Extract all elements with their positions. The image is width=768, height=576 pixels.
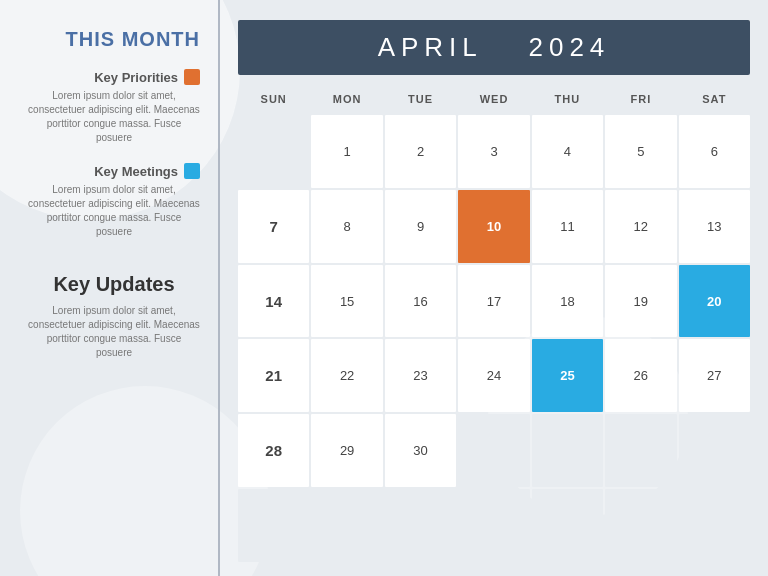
- day-13: 13: [679, 190, 750, 263]
- day-26: 26: [605, 339, 676, 412]
- day-24: 24: [458, 339, 529, 412]
- legend-priorities: Key Priorities Lorem ipsum dolor sit ame…: [28, 69, 200, 153]
- legend-priorities-label: Key Priorities: [94, 70, 178, 85]
- day-16: 16: [385, 265, 456, 338]
- day-empty-w6-3: [458, 489, 529, 562]
- week-6: [238, 489, 750, 562]
- day-wed: WED: [458, 87, 529, 111]
- day-sat: SAT: [679, 87, 750, 111]
- day-empty-b: [532, 414, 603, 487]
- meetings-color-box: [184, 163, 200, 179]
- day-25: 25: [532, 339, 603, 412]
- sidebar-title: THIS MONTH: [28, 28, 200, 51]
- day-15: 15: [311, 265, 382, 338]
- day-18: 18: [532, 265, 603, 338]
- day-12: 12: [605, 190, 676, 263]
- week-3: 14 15 16 17 18 19 20: [238, 265, 750, 338]
- day-mon: MON: [311, 87, 382, 111]
- day-empty-w6-6: [679, 489, 750, 562]
- day-14: 14: [238, 265, 309, 338]
- day-4: 4: [532, 115, 603, 188]
- calendar-header: APRIL 2024: [238, 20, 750, 75]
- sidebar: THIS MONTH Key Priorities Lorem ipsum do…: [0, 0, 220, 576]
- legend-meetings-desc: Lorem ipsum dolor sit amet, consectetuer…: [28, 183, 200, 239]
- key-updates-section: Key Updates Lorem ipsum dolor sit amet, …: [28, 257, 200, 360]
- week-2: 7 8 9 10 11 12 13: [238, 190, 750, 263]
- calendar-area: APRIL 2024 SUN MON TUE WED THU FRI SAT 1…: [220, 0, 768, 576]
- day-empty-w6-4: [532, 489, 603, 562]
- day-thu: THU: [532, 87, 603, 111]
- day-8: 8: [311, 190, 382, 263]
- day-30: 30: [385, 414, 456, 487]
- day-fri: FRI: [605, 87, 676, 111]
- day-29: 29: [311, 414, 382, 487]
- day-empty-d: [679, 414, 750, 487]
- day-23: 23: [385, 339, 456, 412]
- day-sun: SUN: [238, 87, 309, 111]
- day-empty: [238, 115, 309, 188]
- day-6: 6: [679, 115, 750, 188]
- legend-priorities-desc: Lorem ipsum dolor sit amet, consectetuer…: [28, 89, 200, 145]
- day-7: 7: [238, 190, 309, 263]
- day-22: 22: [311, 339, 382, 412]
- key-updates-desc: Lorem ipsum dolor sit amet, consectetuer…: [28, 304, 200, 360]
- day-empty-a: [458, 414, 529, 487]
- day-27: 27: [679, 339, 750, 412]
- key-updates-title: Key Updates: [28, 273, 200, 296]
- day-1: 1: [311, 115, 382, 188]
- day-empty-w6-1: [311, 489, 382, 562]
- week-1: 1 2 3 4 5 6: [238, 115, 750, 188]
- calendar-year: 2024: [528, 32, 610, 62]
- legend-meetings: Key Meetings Lorem ipsum dolor sit amet,…: [28, 163, 200, 247]
- calendar-month: APRIL: [378, 32, 483, 62]
- day-header-row: SUN MON TUE WED THU FRI SAT: [238, 87, 750, 111]
- week-5: 28 29 30: [238, 414, 750, 487]
- day-11: 11: [532, 190, 603, 263]
- day-28: 28: [238, 414, 309, 487]
- day-2: 2: [385, 115, 456, 188]
- day-20: 20: [679, 265, 750, 338]
- legend-meetings-label: Key Meetings: [94, 164, 178, 179]
- day-3: 3: [458, 115, 529, 188]
- day-21: 21: [238, 339, 309, 412]
- day-5: 5: [605, 115, 676, 188]
- day-17: 17: [458, 265, 529, 338]
- priorities-color-box: [184, 69, 200, 85]
- calendar-grid: SUN MON TUE WED THU FRI SAT 1 2 3 4 5 6 …: [238, 87, 750, 562]
- day-empty-w6-0: [238, 489, 309, 562]
- day-empty-w6-2: [385, 489, 456, 562]
- day-tue: TUE: [385, 87, 456, 111]
- day-19: 19: [605, 265, 676, 338]
- day-empty-c: [605, 414, 676, 487]
- day-10: 10: [458, 190, 529, 263]
- day-empty-w6-5: [605, 489, 676, 562]
- week-4: 21 22 23 24 25 26 27: [238, 339, 750, 412]
- day-9: 9: [385, 190, 456, 263]
